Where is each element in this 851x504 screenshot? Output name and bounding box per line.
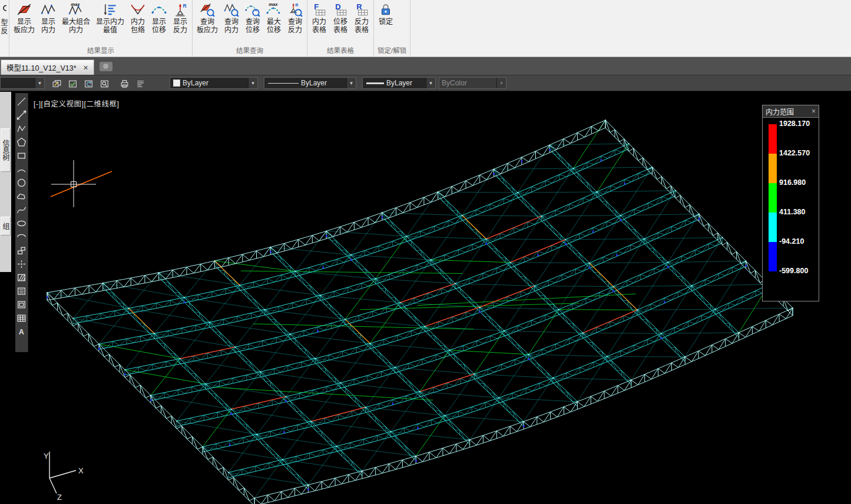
rectangle-icon[interactable] <box>16 149 28 163</box>
plotstyle-combo-value: ByColor <box>442 79 467 87</box>
ribbon-group-label: 结果表格 <box>309 45 372 57</box>
clipped-icon <box>0 3 9 18</box>
chevron-down-icon[interactable]: ▾ <box>346 78 356 88</box>
circle-icon[interactable] <box>16 176 28 190</box>
button-label: 显示 <box>173 18 187 26</box>
button-max-displacement[interactable]: max最大位移 <box>263 0 284 34</box>
close-icon[interactable]: × <box>812 107 816 115</box>
query-reaction-icon: R <box>287 2 303 17</box>
button-label: 板应力 <box>197 26 218 34</box>
revision-cloud-icon[interactable] <box>16 190 28 203</box>
button-label: 内力 <box>312 18 326 26</box>
viewport-canvas[interactable] <box>0 91 851 504</box>
line-icon[interactable] <box>16 95 28 108</box>
button-reaction-table[interactable]: R反力表格 <box>351 0 372 34</box>
hatch-icon[interactable] <box>16 271 28 284</box>
legend-title: 内力范围 <box>766 107 794 117</box>
linetype-combo[interactable]: ByLayer ▾ <box>264 77 356 89</box>
button-query-reaction[interactable]: R查询反力 <box>284 0 306 34</box>
legend-value: -94.210 <box>779 237 804 246</box>
button-label: 位移 <box>333 18 347 26</box>
button-label: 反力 <box>173 26 187 34</box>
button-plate-stress[interactable]: 显示板应力 <box>11 0 38 34</box>
legend-color-bar <box>769 124 777 271</box>
button-force-envelope[interactable]: 内力包络 <box>127 0 148 34</box>
polygon-icon[interactable] <box>16 135 28 149</box>
polyline-icon[interactable] <box>16 122 28 135</box>
button-label: 锁定 <box>379 18 393 26</box>
construction-line-icon[interactable] <box>16 108 28 122</box>
svg-text:R: R <box>183 3 187 9</box>
legend-color-segment <box>769 124 777 154</box>
button-reaction[interactable]: R显示反力 <box>170 0 191 34</box>
legend-value: -599.800 <box>779 267 808 275</box>
ellipse-arc-icon[interactable] <box>16 230 28 244</box>
svg-text:max: max <box>269 2 278 7</box>
legend-titlebar[interactable]: 内力范围 × <box>763 105 819 118</box>
point-icon[interactable] <box>16 257 28 271</box>
button-label: 表格 <box>355 26 369 34</box>
layer-properties-icon[interactable] <box>49 77 64 90</box>
button-query-displacement[interactable]: 查询位移 <box>242 0 263 34</box>
ribbon-group: F内力表格D位移表格R反力表格结果表格 <box>307 0 374 57</box>
file-tab-model[interactable]: 模型11.10_V12_V13* × <box>1 59 94 75</box>
legend-value: 916.980 <box>779 178 806 187</box>
button-label: 显示 <box>17 18 31 26</box>
ribbon-group-label: 结果查询 <box>194 45 306 57</box>
legend-value: 1928.170 <box>779 120 810 128</box>
table-icon[interactable] <box>16 311 28 325</box>
button-force-table[interactable]: F内力表格 <box>309 0 330 34</box>
new-tab-button[interactable] <box>100 62 112 71</box>
mtext-icon[interactable]: A <box>16 325 28 339</box>
button-displacement-table[interactable]: D位移表格 <box>330 0 351 34</box>
ellipse-icon[interactable] <box>16 217 28 230</box>
reaction-table-icon: R <box>354 2 369 17</box>
side-tab-group[interactable]: 组 <box>1 217 11 236</box>
tab-close-icon[interactable]: × <box>84 64 88 71</box>
layer-combo[interactable]: ▾ <box>0 77 45 89</box>
chevron-down-icon[interactable]: ▾ <box>426 78 435 88</box>
button-label: 包络 <box>131 26 145 34</box>
button-force-extreme[interactable]: 显示内力最值 <box>93 0 127 34</box>
side-tab-info-tree[interactable]: 信息树 <box>1 128 11 172</box>
layer-search-icon[interactable] <box>97 77 111 90</box>
button-label: 最大组合 <box>62 18 90 26</box>
legend-color-segment <box>769 154 777 183</box>
linetype-sample <box>268 83 299 84</box>
color-combo-value: ByLayer <box>183 79 208 87</box>
side-panel-tabs: 信息树 组 <box>0 92 11 272</box>
button-force-diagram[interactable]: 显示内力 <box>38 0 59 34</box>
chevron-down-icon[interactable]: ▾ <box>248 78 257 88</box>
button-max-combo-force[interactable]: max最大组合内力 <box>59 0 93 34</box>
query-plate-stress-icon <box>200 2 215 17</box>
button-displacement[interactable]: 显示位移 <box>148 0 170 34</box>
layer-states-icon[interactable] <box>65 77 80 90</box>
region-icon[interactable] <box>16 298 28 311</box>
lineweight-combo[interactable]: ByLayer ▾ <box>362 77 436 89</box>
ribbon-clipped-button[interactable]: 型 反 <box>0 0 9 57</box>
force-range-legend-panel: 内力范围 × 1928.1701422.570916.980411.380-94… <box>762 105 819 301</box>
chevron-down-icon[interactable]: ▾ <box>35 78 44 88</box>
gradient-icon[interactable] <box>16 284 28 298</box>
application-window: YXZ [-][自定义视图][二维线框] 型 反 显示板应力显示内力max最大组… <box>0 0 851 504</box>
viewport-controls-label[interactable]: [-][自定义视图][二维线框] <box>34 98 120 109</box>
ribbon: 型 反 显示板应力显示内力max最大组合内力显示内力最值内力包络显示位移R显示反… <box>0 0 851 57</box>
button-query-plate-stress[interactable]: 查询板应力 <box>194 0 221 34</box>
properties-toolbar: ▾ ByLayer ▾ ByLayer ▾ ByLayer ▾ ByColor … <box>0 75 851 91</box>
color-combo[interactable]: ByLayer ▾ <box>170 77 258 89</box>
legend-color-segment <box>769 213 777 242</box>
button-label: 查询 <box>246 18 260 26</box>
file-tab-bar: 模型11.10_V12_V13* × <box>0 57 851 75</box>
button-label: 位移 <box>267 26 281 34</box>
insert-block-icon[interactable] <box>16 244 28 257</box>
button-label: 反 <box>0 27 9 35</box>
chevron-down-icon: ▾ <box>496 78 506 88</box>
force-envelope-icon <box>130 2 145 17</box>
spline-icon[interactable] <box>16 203 28 217</box>
arc-icon[interactable] <box>16 163 28 176</box>
button-query-force[interactable]: 查询内力 <box>221 0 242 34</box>
layer-previous-icon[interactable] <box>81 77 95 90</box>
properties-icon[interactable] <box>133 77 147 90</box>
button-lock[interactable]: 锁定 <box>375 0 396 26</box>
plot-icon[interactable] <box>117 77 131 90</box>
